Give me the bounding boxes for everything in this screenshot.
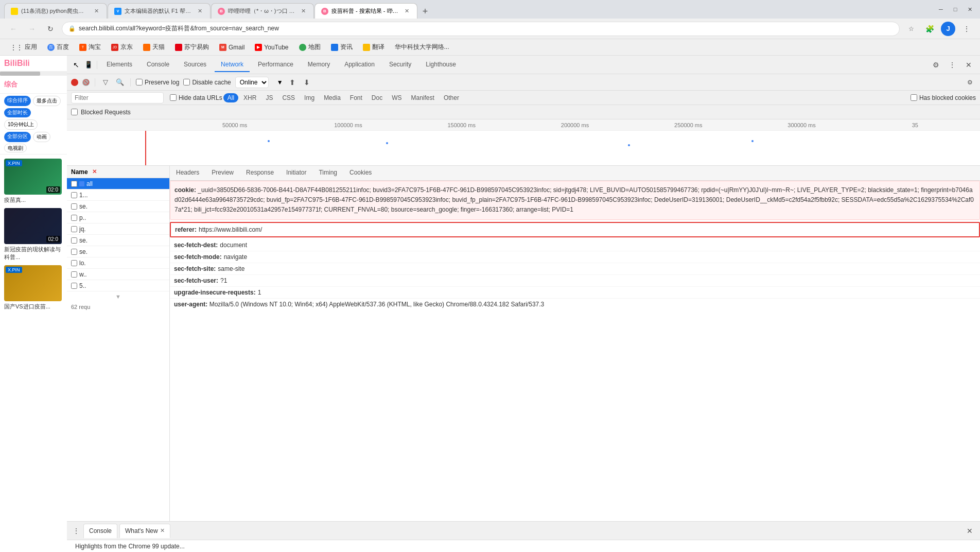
devtools-tab-network[interactable]: Network (215, 58, 250, 72)
export-har-button[interactable]: ⬇ (302, 77, 312, 88)
search-network-button[interactable]: 🔍 (115, 77, 125, 88)
devtools-tab-lighthouse[interactable]: Lighthouse (419, 58, 462, 72)
filter-media-button[interactable]: Media (320, 93, 345, 102)
filter-text-input[interactable] (71, 92, 164, 104)
bookmark-university[interactable]: 华中科技大学网络... (391, 41, 453, 54)
filter-other-button[interactable]: Other (440, 93, 463, 102)
bottom-menu-button[interactable]: ⋮ (71, 526, 81, 536)
tab-bilibili-search[interactable]: B 疫苗科普 - 搜索结果 - 哔哩哔哩... ✕ (314, 3, 417, 19)
filter-10分钟[interactable]: 10分钟以上 (4, 119, 38, 130)
filter-电视剧[interactable]: 电视剧 (4, 144, 27, 152)
menu-button[interactable]: ⋮ (959, 22, 974, 36)
filter-最多点击[interactable]: 最多点击 (33, 96, 61, 106)
devtools-more-icon[interactable]: ⋮ (945, 58, 959, 72)
bookmark-baidu[interactable]: 百 百度 (43, 41, 73, 54)
filter-manifest-button[interactable]: Manifest (407, 93, 439, 102)
request-row-1[interactable]: 1... (67, 189, 169, 201)
bookmark-info[interactable]: 资讯 (327, 41, 357, 54)
has-blocked-cookies-checkbox[interactable] (911, 94, 917, 101)
cursor-tool-icon[interactable]: ↖ (71, 60, 81, 70)
network-settings-button[interactable]: ⚙ (964, 76, 976, 89)
preserve-log-checkbox[interactable] (136, 79, 143, 85)
bookmark-suning[interactable]: 苏宁易购 (171, 41, 213, 54)
console-bottom-tab[interactable]: Console (83, 524, 117, 538)
devtools-tab-security[interactable]: Security (383, 58, 417, 72)
request-row-w[interactable]: w.. (67, 269, 169, 280)
detail-tab-headers[interactable]: Headers (170, 166, 205, 180)
filter-img-button[interactable]: Img (300, 93, 319, 102)
hide-data-urls-checkbox[interactable] (170, 94, 177, 101)
filter-js-button[interactable]: JS (261, 93, 277, 102)
whats-new-bottom-tab[interactable]: What's New ✕ (119, 524, 170, 538)
address-input-field[interactable]: 🔒 search.bilibili.com/all?keyword=疫苗科普&f… (62, 22, 900, 36)
request-row-5[interactable]: 5.. (67, 280, 169, 291)
filter-综合排序[interactable]: 综合排序 (4, 96, 31, 106)
video-item-2[interactable]: 02:0 新冠疫苗的现状解读与科普... (4, 208, 63, 261)
filter-全部分区[interactable]: 全部分区 (4, 132, 31, 142)
filter-css-button[interactable]: CSS (278, 93, 299, 102)
extensions-button[interactable]: 🧩 (922, 22, 937, 36)
bookmark-gmail[interactable]: M Gmail (215, 42, 249, 53)
throttle-dropdown[interactable]: ▼ (277, 79, 283, 86)
minimize-button[interactable]: ─ (935, 3, 947, 15)
req-1-checkbox[interactable] (71, 192, 77, 198)
hide-data-urls-label[interactable]: Hide data URLs (170, 94, 222, 101)
tab-close-1[interactable]: ✕ (92, 7, 100, 15)
request-row-jq[interactable]: jq. (67, 223, 169, 235)
disable-cache-checkbox[interactable] (183, 79, 190, 85)
request-row-p[interactable]: p.. (67, 212, 169, 223)
request-row-se1[interactable]: se. (67, 201, 169, 212)
bookmark-jd[interactable]: JD 京东 (107, 41, 137, 54)
req-se1-checkbox[interactable] (71, 203, 77, 210)
req-lo-checkbox[interactable] (71, 260, 77, 266)
req-jq-checkbox[interactable] (71, 226, 77, 232)
bookmark-maps[interactable]: 地图 (295, 41, 325, 54)
close-window-button[interactable]: ✕ (964, 3, 976, 15)
req-se3-checkbox[interactable] (71, 249, 77, 255)
devtools-close-icon[interactable]: ✕ (961, 58, 976, 72)
filter-icon-button[interactable]: ▽ (100, 77, 111, 88)
devtools-tab-sources[interactable]: Sources (178, 58, 213, 72)
req-se2-checkbox[interactable] (71, 237, 77, 244)
record-button[interactable] (71, 79, 78, 86)
tab-python[interactable]: (11条消息) python爬虫实战(十) ✕ (4, 3, 107, 19)
devtools-tab-memory[interactable]: Memory (302, 58, 336, 72)
detail-tab-cookies[interactable]: Cookies (343, 166, 378, 180)
tab-close-2[interactable]: ✕ (196, 7, 204, 15)
filter-全部时长[interactable]: 全部时长 (4, 108, 31, 117)
close-drawer-button[interactable]: ✕ (964, 525, 976, 537)
detail-tab-preview[interactable]: Preview (205, 166, 240, 180)
req-5-checkbox[interactable] (71, 283, 77, 289)
request-row-se3[interactable]: se. (67, 246, 169, 257)
blocked-requests-checkbox[interactable] (71, 109, 78, 115)
bookmark-taobao[interactable]: T 淘宝 (75, 41, 105, 54)
request-row-all[interactable]: all (67, 178, 169, 189)
detail-tab-response[interactable]: Response (240, 166, 280, 180)
bookmark-star-button[interactable]: ☆ (904, 22, 918, 36)
maximize-button[interactable]: □ (949, 3, 961, 15)
request-row-lo[interactable]: lo. (67, 257, 169, 269)
filter-doc-button[interactable]: Doc (367, 93, 387, 102)
new-tab-button[interactable]: + (418, 4, 432, 19)
tab-bilibili1[interactable]: B 哔哩哔哩（*・ω・)つ口 千杯--bili ✕ (211, 3, 314, 19)
tab-close-3[interactable]: ✕ (299, 7, 307, 15)
detail-tab-timing[interactable]: Timing (312, 166, 343, 180)
tab-close-4[interactable]: ✕ (402, 7, 411, 15)
video-item-1[interactable]: X.PIN 02:0 疫苗真... (4, 159, 63, 204)
name-col-close-icon[interactable]: ✕ (92, 168, 97, 175)
bookmark-youtube[interactable]: ▶ YouTube (251, 42, 292, 53)
filter-font-button[interactable]: Font (346, 93, 366, 102)
bookmark-apps[interactable]: ⋮⋮ 应用 (6, 41, 41, 54)
profile-button[interactable]: J (941, 22, 955, 36)
devtools-tab-application[interactable]: Application (338, 58, 381, 72)
video-item-3[interactable]: X.PIN 国产VS进口疫苗... (4, 265, 63, 310)
forward-button[interactable]: → (25, 22, 39, 36)
devtools-settings-icon[interactable]: ⚙ (929, 58, 943, 72)
stop-button[interactable]: 🚫 (82, 79, 90, 86)
devtools-tab-console[interactable]: Console (141, 58, 176, 72)
filter-all-button[interactable]: All (223, 93, 238, 102)
devtools-tab-elements[interactable]: Elements (100, 58, 138, 72)
import-har-button[interactable]: ⬆ (287, 77, 297, 88)
whats-new-close-icon[interactable]: ✕ (160, 527, 165, 534)
disable-cache-label[interactable]: Disable cache (183, 79, 231, 86)
